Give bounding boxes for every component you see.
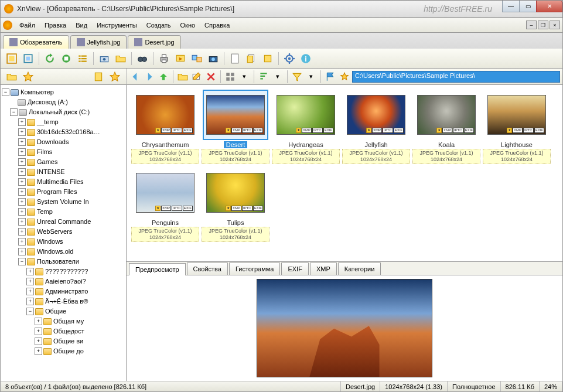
tree-node[interactable]: −Пользователи [2, 257, 125, 267]
fav-folder-icon[interactable] [5, 70, 18, 83]
tab-jellyfish-jpg[interactable]: Jellyfish.jpg [70, 35, 127, 49]
slideshow-icon[interactable] [173, 51, 188, 66]
star-small-icon[interactable] [338, 70, 351, 83]
preview-tab-xmp[interactable]: XMP [310, 263, 337, 275]
menu-правка[interactable]: Правка [40, 19, 71, 31]
settings-icon[interactable] [282, 51, 297, 66]
fav-book-icon[interactable] [92, 70, 105, 83]
mdi-restore-button[interactable]: ❐ [538, 21, 548, 29]
info-icon[interactable]: i [298, 51, 313, 66]
fit-icon[interactable] [21, 51, 36, 66]
tree-node[interactable]: +30b16dc532c0168a… [2, 127, 125, 137]
thumb-label: Chrysanthemum [131, 141, 199, 148]
forward-icon[interactable] [143, 70, 156, 83]
thumb-meta: JPEG TrueColor (v1.1)1024x768x24 [131, 149, 199, 164]
preview-tab-свойства[interactable]: Свойства [187, 263, 228, 275]
thumbnail-jellyfish[interactable]: ★XMPIPTCEXIFJellyfishJPEG TrueColor (v1.… [342, 90, 410, 164]
tree-node[interactable]: +Общие ви [2, 336, 125, 346]
dropdown-arrow-icon[interactable]: ▾ [271, 70, 284, 83]
tree-node[interactable]: +Program Files [2, 187, 125, 197]
cut-icon[interactable] [260, 51, 275, 66]
camera-icon[interactable] [206, 51, 221, 66]
tree-node[interactable]: +Downloads [2, 137, 125, 147]
preview-tab-категории[interactable]: Категории [338, 263, 381, 275]
maximize-button[interactable]: ▭ [519, 1, 537, 12]
tree-node[interactable]: −Локальный диск (C:) [2, 107, 125, 117]
tree-node[interactable]: +Temp [2, 207, 125, 217]
tree-node[interactable]: +Films [2, 147, 125, 157]
menu-окно[interactable]: Окно [176, 19, 200, 31]
dropdown-arrow-icon[interactable]: ▾ [238, 70, 251, 83]
badge-iptc: IPTC [242, 206, 253, 211]
thumbnail-penguins[interactable]: ★XMPIPTCEXIFPenguinsJPEG TrueColor (v1.1… [131, 168, 199, 242]
fav-star2-icon[interactable] [108, 70, 121, 83]
tree-node[interactable]: Дисковод (A:) [2, 97, 125, 107]
tree-node[interactable]: +Multimedia Files [2, 177, 125, 187]
close-button[interactable]: ✕ [536, 1, 562, 12]
thumbnail-desert[interactable]: ★XMPIPTCEXIFDesertJPEG TrueColor (v1.1)1… [202, 90, 269, 164]
minimize-button[interactable]: — [502, 1, 520, 12]
folder-tree[interactable]: −КомпьютерДисковод (A:)−Локальный диск (… [1, 85, 127, 381]
address-bar[interactable]: C:\Users\Public\Pictures\Sample Pictures… [352, 71, 560, 83]
thumbnail-lighthouse[interactable]: ★XMPIPTCEXIFLighthouseJPEG TrueColor (v1… [483, 90, 551, 164]
svg-rect-32 [231, 73, 234, 76]
page-icon[interactable] [227, 51, 243, 66]
flag-icon[interactable] [324, 70, 337, 83]
sort-icon[interactable] [257, 70, 270, 83]
tree-node[interactable]: +Ä¬÷Ё-Ёбва в® [2, 296, 125, 306]
view-mode-icon[interactable] [224, 70, 237, 83]
tree-node[interactable]: +Windows.old [2, 247, 125, 257]
filter-icon[interactable] [291, 70, 303, 83]
thumbnail-tulips[interactable]: ★XMPIPTCEXIFTulipsJPEG TrueColor (v1.1)1… [202, 168, 269, 242]
tree-node[interactable]: +???????????? [2, 267, 125, 277]
fullscreen-icon[interactable] [4, 51, 19, 66]
delete-icon[interactable] [204, 70, 217, 83]
tree-node[interactable]: +Aaieieno?aoi? [2, 277, 125, 287]
tree-node[interactable]: +Общедост [2, 326, 125, 336]
copy-icon[interactable] [244, 51, 259, 66]
tree-node[interactable]: −Компьютер [2, 87, 125, 97]
binoculars-icon[interactable] [135, 51, 150, 66]
refresh-icon[interactable] [42, 51, 57, 66]
rename-icon[interactable] [190, 70, 203, 83]
tree-node[interactable]: +__temp [2, 117, 125, 127]
tree-node[interactable]: +Unreal Commande [2, 217, 125, 227]
menu-создать[interactable]: Создать [142, 19, 176, 31]
stop-icon[interactable] [59, 51, 74, 66]
tree-node[interactable]: +INTENSE [2, 167, 125, 177]
badge-xmp: XMP [302, 128, 312, 133]
mdi-close-button[interactable]: × [550, 21, 560, 29]
preview-tab-гистограмма[interactable]: Гистограмма [229, 263, 281, 275]
up-icon[interactable] [157, 70, 170, 83]
back-icon[interactable] [129, 70, 142, 83]
menu-инструменты[interactable]: Инструменты [92, 19, 142, 31]
tree-node[interactable]: +System Volume In [2, 197, 125, 207]
tab-desert-jpg[interactable]: Desert.jpg [128, 35, 180, 49]
menu-справка[interactable]: Справка [200, 19, 234, 31]
tree-node[interactable]: +Windows [2, 237, 125, 247]
tree-node[interactable]: +Общие до [2, 346, 125, 356]
convert-icon[interactable] [189, 51, 204, 66]
tab--[interactable]: Обозреватель [3, 35, 69, 49]
thumbnail-hydrangeas[interactable]: ★XMPIPTCEXIFHydrangeasJPEG TrueColor (v1… [272, 90, 340, 164]
tree-node[interactable]: +Администрато [2, 287, 125, 296]
menu-файл[interactable]: Файл [15, 19, 40, 31]
svg-rect-19 [247, 56, 253, 62]
new-folder-icon[interactable] [176, 70, 189, 83]
print-icon[interactable] [156, 51, 172, 66]
open-folder-icon[interactable] [113, 51, 128, 66]
dropdown-arrow-icon[interactable]: ▾ [305, 70, 318, 83]
fav-star-icon[interactable] [22, 70, 35, 83]
tree-node[interactable]: +WebServers [2, 227, 125, 237]
list-icon[interactable] [75, 51, 90, 66]
acquire-icon[interactable] [97, 51, 112, 66]
mdi-minimize-button[interactable]: – [526, 21, 537, 29]
preview-tab-exif[interactable]: EXIF [281, 263, 308, 275]
thumbnail-koala[interactable]: ★XMPIPTCEXIFKoalaJPEG TrueColor (v1.1)10… [412, 90, 480, 164]
tree-node[interactable]: +Общая му [2, 316, 125, 326]
tree-node[interactable]: −Общие [2, 306, 125, 316]
preview-tab-предпросмотр[interactable]: Предпросмотр [129, 263, 186, 275]
thumbnail-chrysanthemum[interactable]: ★XMPIPTCEXIFChrysanthemumJPEG TrueColor … [131, 90, 199, 164]
menu-вид[interactable]: Вид [71, 19, 92, 31]
tree-node[interactable]: +Games [2, 157, 125, 167]
